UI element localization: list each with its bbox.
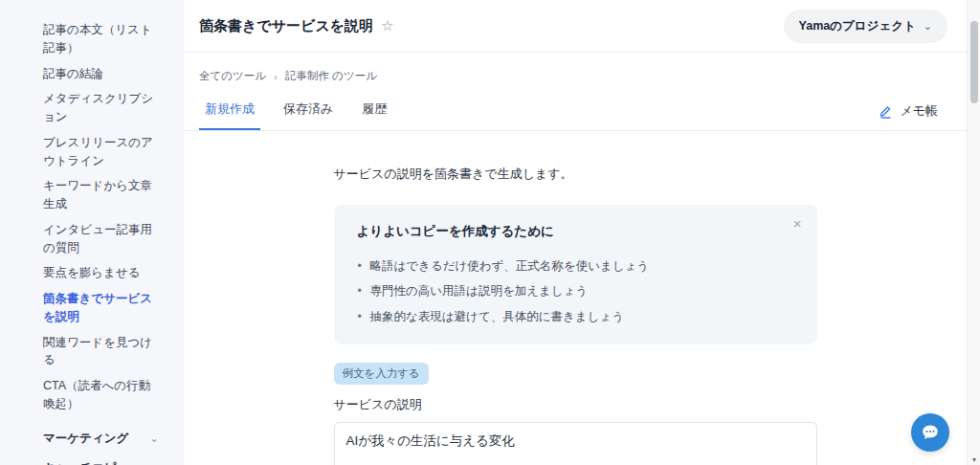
memo-pad-label: メモ帳 xyxy=(900,102,938,120)
service-description-label: サービスの説明 xyxy=(334,396,817,413)
breadcrumb: 全てのツール › 記事制作 のツール xyxy=(184,53,967,83)
close-icon[interactable]: × xyxy=(793,216,802,231)
tab[interactable]: 保存済み xyxy=(278,95,339,130)
sidebar-tool-list: 記事の本文（リスト記事）記事の結論メタディスクリプションプレスリリースのアウトラ… xyxy=(43,21,159,413)
breadcrumb-separator: › xyxy=(274,71,278,82)
chevron-down-icon: ⌄ xyxy=(149,432,159,444)
sidebar-item-tool[interactable]: 記事の本文（リスト記事） xyxy=(43,21,159,57)
favorite-star-icon[interactable]: ☆ xyxy=(381,17,393,34)
sidebar-item-tool[interactable]: 箇条書きでサービスを説明 xyxy=(43,290,159,326)
sidebar-item-tool[interactable]: プレスリリースのアウトライン xyxy=(43,134,159,170)
tips-item: 専門性の高い用語は説明を加えましょう xyxy=(357,278,796,303)
tips-list: 略語はできるだけ使わず、正式名称を使いましょう専門性の高い用語は説明を加えましょ… xyxy=(357,254,796,329)
sidebar-item-category[interactable]: キャッチコピー ⌄ xyxy=(43,460,159,465)
sidebar-item-tool[interactable]: インタビュー記事用の質問 xyxy=(43,221,159,257)
sidebar-item-tool[interactable]: メタディスクリプション xyxy=(43,90,159,126)
tips-item: 抽象的な表現は避けて、具体的に書きましょう xyxy=(357,304,796,329)
sidebar-item-tool[interactable]: CTA（読者への行動喚起） xyxy=(43,377,159,413)
project-selector-label: Yamaのプロジェクト xyxy=(799,18,916,34)
page-title: 箇条書きでサービスを説明 xyxy=(199,17,373,35)
sidebar: 記事の本文（リスト記事）記事の結論メタディスクリプションプレスリリースのアウトラ… xyxy=(0,0,184,465)
sidebar-category-label: キャッチコピー xyxy=(43,460,128,465)
sidebar-item-tool[interactable]: 要点を膨らませる xyxy=(43,264,159,282)
support-chat-button[interactable] xyxy=(911,413,949,452)
scrollbar-thumb[interactable] xyxy=(970,21,978,103)
sidebar-category-list: マーケティング ⌄ キャッチコピー ⌄ アイデア ⌄ 創作 ⌄ メール ⌄ 広告… xyxy=(43,431,159,465)
sidebar-item-tool[interactable]: キーワードから文章生成 xyxy=(43,177,159,213)
sidebar-item-tool[interactable]: 関連ワードを見つける xyxy=(43,334,159,370)
breadcrumb-all-tools[interactable]: 全てのツール xyxy=(199,69,266,83)
memo-pad-button[interactable]: メモ帳 xyxy=(879,102,938,130)
tab-list: 新規作成保存済み履歴 xyxy=(199,95,410,130)
service-description-input[interactable]: AIが我々の生活に与える変化 xyxy=(334,422,817,465)
sidebar-item-category[interactable]: マーケティング ⌄ xyxy=(43,431,159,447)
chat-bubble-icon xyxy=(920,422,941,443)
chevron-down-icon: ⌄ xyxy=(924,20,932,33)
breadcrumb-category[interactable]: 記事制作 のツール xyxy=(285,69,377,83)
tool-description: サービスの説明を箇条書きで生成します。 xyxy=(334,166,817,183)
tab[interactable]: 履歴 xyxy=(356,95,392,130)
vertical-scrollbar[interactable]: ▼ xyxy=(967,0,980,465)
tips-title: よりよいコピーを作成するために xyxy=(357,223,796,240)
tips-item: 略語はできるだけ使わず、正式名称を使いましょう xyxy=(357,254,796,278)
page-header: 箇条書きでサービスを説明 ☆ Yamaのプロジェクト ⌄ xyxy=(184,0,967,53)
scrollbar-down-arrow-icon[interactable]: ▼ xyxy=(968,456,980,463)
sidebar-item-tool[interactable]: 記事の結論 xyxy=(43,65,159,83)
main-area: 箇条書きでサービスを説明 ☆ Yamaのプロジェクト ⌄ 全てのツール › 記事… xyxy=(184,0,967,465)
pencil-icon xyxy=(879,104,893,119)
tool-content: サービスの説明を箇条書きで生成します。 よりよいコピーを作成するために × 略語… xyxy=(184,131,967,465)
tab[interactable]: 新規作成 xyxy=(199,95,260,130)
tab-bar: 新規作成保存済み履歴 メモ帳 xyxy=(184,83,967,131)
sidebar-category-label: マーケティング xyxy=(43,431,128,447)
project-selector-button[interactable]: Yamaのプロジェクト ⌄ xyxy=(784,10,947,43)
tips-box: よりよいコピーを作成するために × 略語はできるだけ使わず、正式名称を使いましょ… xyxy=(334,205,817,344)
example-input-chip[interactable]: 例文を入力する xyxy=(334,363,429,385)
